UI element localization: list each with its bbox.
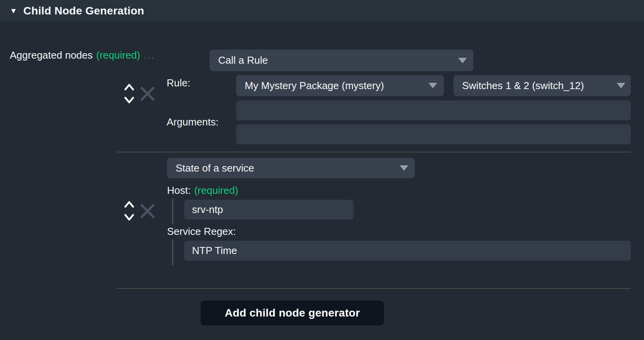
chevron-down-icon	[458, 58, 467, 63]
collapse-triangle-icon[interactable]: ▼	[10, 7, 17, 14]
node1-reorder-controls	[124, 83, 134, 106]
indent-line	[172, 199, 173, 224]
chevron-up-icon	[125, 202, 133, 207]
divider	[117, 152, 631, 152]
node2-type-select[interactable]: State of a service	[167, 158, 415, 178]
add-child-node-generator-button[interactable]: Add child node generator	[201, 301, 384, 326]
chevron-down-icon	[429, 83, 437, 88]
move-down-button[interactable]	[124, 213, 134, 223]
section-header-child-node-generation[interactable]: ▼ Child Node Generation	[0, 0, 644, 21]
arguments-label: Arguments:	[167, 116, 219, 128]
rule-package-value: My Mystery Package (mystery)	[245, 80, 384, 92]
host-input[interactable]	[184, 200, 354, 220]
node2-type-value: State of a service	[176, 162, 254, 174]
chevron-down-icon	[400, 165, 408, 171]
node-generator-type-select[interactable]: Call a Rule	[210, 50, 473, 71]
service-regex-input[interactable]	[184, 241, 631, 261]
close-icon	[139, 86, 156, 102]
argument-input-2[interactable]	[236, 124, 631, 144]
move-up-button[interactable]	[124, 83, 134, 93]
move-up-button[interactable]	[124, 200, 134, 210]
argument-input-1[interactable]	[236, 100, 631, 120]
indent-line	[172, 240, 173, 265]
rule-package-select[interactable]: My Mystery Package (mystery)	[236, 75, 444, 96]
aggregated-nodes-label: Aggregated nodes	[10, 49, 93, 61]
required-hint: (required)	[96, 49, 141, 61]
more-indicator: ...	[144, 49, 155, 61]
close-icon	[139, 203, 156, 219]
chevron-down-icon	[617, 83, 625, 88]
node1-delete-button[interactable]	[139, 86, 156, 103]
host-label: Host:	[167, 184, 191, 197]
host-label-row: Host: (required)	[167, 184, 238, 197]
chevron-down-icon	[125, 98, 133, 102]
rule-select-value: Switches 1 & 2 (switch_12)	[462, 80, 584, 92]
host-required-hint: (required)	[194, 184, 238, 197]
node2-delete-button[interactable]	[139, 203, 156, 220]
rule-label: Rule:	[167, 77, 190, 89]
move-down-button[interactable]	[124, 96, 134, 106]
chevron-up-icon	[125, 85, 133, 89]
node-generator-type-value: Call a Rule	[218, 54, 268, 66]
aggregated-nodes-label-row: Aggregated nodes (required) ...	[10, 49, 155, 61]
chevron-down-icon	[125, 215, 133, 220]
divider	[117, 288, 631, 289]
page-title: Child Node Generation	[23, 5, 144, 17]
rule-select[interactable]: Switches 1 & 2 (switch_12)	[454, 75, 631, 96]
service-regex-label: Service Regex:	[167, 225, 236, 238]
node2-reorder-controls	[124, 200, 134, 223]
